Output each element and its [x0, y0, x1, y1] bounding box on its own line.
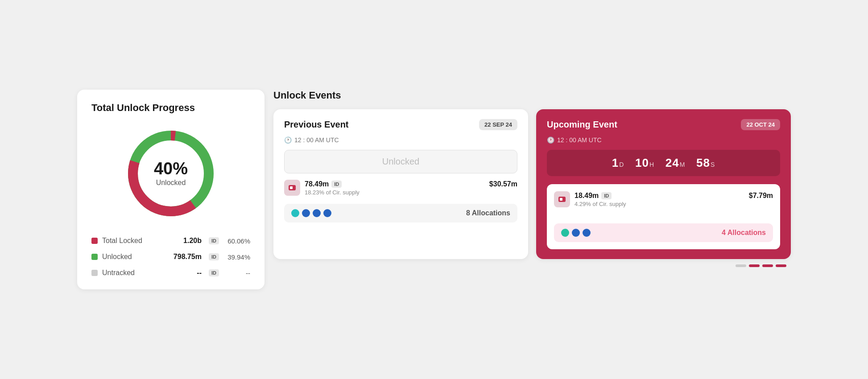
donut-wrapper: 40% Unlocked — [91, 124, 250, 222]
legend-dot-unlocked — [91, 254, 98, 260]
legend-dot-untracked — [91, 270, 98, 276]
previous-token-amount: 78.49m — [305, 180, 329, 188]
upcoming-alloc-dot-3 — [583, 229, 591, 237]
donut-percent: 40% — [154, 160, 188, 177]
alloc-dot-2 — [302, 209, 310, 217]
upcoming-alloc-dot-1 — [561, 229, 569, 237]
previous-token-supply: 18.23% of Cir. supply — [305, 189, 517, 196]
countdown-hours-unit: H — [649, 161, 654, 168]
upcoming-token-info: 18.49m ID $7.79m 4.29% of Cir. supply — [554, 191, 773, 207]
upcoming-token-supply: 4.29% of Cir. supply — [575, 201, 773, 207]
unlock-events-panel: Unlock Events Previous Event 22 SEP 24 🕐… — [273, 90, 791, 267]
legend-name-untracked: Untracked — [102, 269, 192, 277]
legend-pct-untracked: -- — [227, 269, 250, 277]
legend-badge-unlocked: ID — [209, 253, 219, 260]
donut-center: 40% Unlocked — [154, 160, 188, 187]
upcoming-event-date: 22 OCT 24 — [741, 119, 780, 130]
alloc-dot-3 — [313, 209, 321, 217]
countdown-hours: 10 — [635, 156, 649, 169]
unlock-events-title: Unlock Events — [273, 90, 791, 101]
legend-name-locked: Total Locked — [102, 237, 179, 245]
previous-token-badge: ID — [331, 181, 342, 188]
countdown-box: 1D 10H 24M 58S — [547, 150, 780, 176]
upcoming-token-icon — [554, 191, 570, 207]
legend-pct-locked: 60.06% — [227, 237, 250, 245]
alloc-dot-1 — [291, 209, 299, 217]
legend-name-unlocked: Unlocked — [102, 253, 169, 261]
upcoming-event-time-text: 12 : 00 AM UTC — [557, 136, 602, 144]
previous-event-title: Previous Event — [284, 119, 349, 130]
previous-event-header: Previous Event 22 SEP 24 — [284, 119, 517, 130]
page-dot-2[interactable] — [749, 264, 760, 267]
upcoming-event-card: Upcoming Event 22 OCT 24 🕐 12 : 00 AM UT… — [536, 109, 791, 259]
events-row: Previous Event 22 SEP 24 🕐 12 : 00 AM UT… — [273, 109, 791, 259]
previous-event-time: 🕐 12 : 00 AM UTC — [284, 136, 517, 144]
previous-event-time-text: 12 : 00 AM UTC — [294, 136, 339, 144]
countdown-minutes-unit: M — [680, 161, 686, 168]
previous-alloc-dots — [291, 209, 331, 217]
countdown-text: 1D 10H 24M 58S — [612, 156, 715, 169]
upcoming-event-title: Upcoming Event — [547, 119, 617, 130]
upcoming-alloc-dots — [561, 229, 591, 237]
upcoming-allocations-label: 4 Allocations — [722, 229, 766, 237]
upcoming-alloc-dot-2 — [572, 229, 580, 237]
legend-item-unlocked: Unlocked 798.75m ID 39.94% — [91, 253, 250, 261]
previous-allocations-row[interactable]: 8 Allocations — [284, 204, 517, 222]
svg-rect-7 — [560, 198, 562, 201]
legend-value-untracked: -- — [197, 269, 202, 277]
countdown-days-unit: D — [619, 161, 624, 168]
previous-allocations-label: 8 Allocations — [466, 209, 510, 217]
legend-value-locked: 1.20b — [183, 237, 202, 245]
upcoming-allocations-row[interactable]: 4 Allocations — [554, 223, 773, 242]
pagination — [273, 264, 791, 267]
countdown-days: 1 — [612, 156, 619, 169]
legend-item-untracked: Untracked -- ID -- — [91, 269, 250, 277]
clock-icon: 🕐 — [284, 136, 292, 144]
upcoming-event-time: 🕐 12 : 00 AM UTC — [547, 136, 780, 144]
upcoming-event-header: Upcoming Event 22 OCT 24 — [547, 119, 780, 130]
countdown-minutes: 24 — [665, 156, 679, 169]
page-dot-3[interactable] — [762, 264, 773, 267]
token-svg — [288, 183, 297, 192]
page-dot-1[interactable] — [736, 264, 746, 267]
legend-badge-locked: ID — [209, 237, 219, 244]
previous-event-date: 22 SEP 24 — [479, 119, 517, 130]
upcoming-inner-card: 18.49m ID $7.79m 4.29% of Cir. supply — [547, 184, 780, 249]
countdown-seconds-unit: S — [711, 161, 715, 168]
upcoming-token-amount-row: 18.49m ID $7.79m — [575, 192, 773, 200]
page-dot-4[interactable] — [776, 264, 786, 267]
upcoming-clock-icon: 🕐 — [547, 136, 554, 144]
legend: Total Locked 1.20b ID 60.06% Unlocked 79… — [91, 237, 250, 277]
alloc-dot-4 — [323, 209, 331, 217]
total-unlock-panel: Total Unlock Progress 40% Unlocked — [77, 90, 265, 289]
donut-label: Unlocked — [154, 179, 188, 187]
previous-event-card: Previous Event 22 SEP 24 🕐 12 : 00 AM UT… — [273, 109, 528, 259]
main-container: Total Unlock Progress 40% Unlocked — [77, 90, 791, 289]
upcoming-token-badge: ID — [601, 192, 612, 199]
countdown-seconds: 58 — [696, 156, 710, 169]
previous-token-icon — [284, 180, 300, 196]
left-panel-title: Total Unlock Progress — [91, 102, 250, 114]
legend-value-unlocked: 798.75m — [174, 253, 202, 261]
previous-token-details: 78.49m ID $30.57m 18.23% of Cir. supply — [305, 180, 517, 196]
legend-item-locked: Total Locked 1.20b ID 60.06% — [91, 237, 250, 245]
previous-token-usd: $30.57m — [489, 180, 517, 188]
upcoming-token-details: 18.49m ID $7.79m 4.29% of Cir. supply — [575, 192, 773, 207]
svg-rect-5 — [290, 186, 293, 189]
legend-pct-unlocked: 39.94% — [227, 253, 250, 261]
donut-chart: 40% Unlocked — [122, 124, 220, 222]
previous-token-info: 78.49m ID $30.57m 18.23% of Cir. supply — [284, 180, 517, 196]
upcoming-token-amount: 18.49m — [575, 192, 599, 200]
legend-dot-locked — [91, 238, 98, 244]
upcoming-token-usd: $7.79m — [749, 192, 773, 200]
legend-badge-untracked: ID — [209, 269, 219, 276]
upcoming-token-svg — [558, 195, 566, 204]
previous-token-amount-row: 78.49m ID $30.57m — [305, 180, 517, 188]
unlocked-status-badge: Unlocked — [284, 150, 517, 173]
